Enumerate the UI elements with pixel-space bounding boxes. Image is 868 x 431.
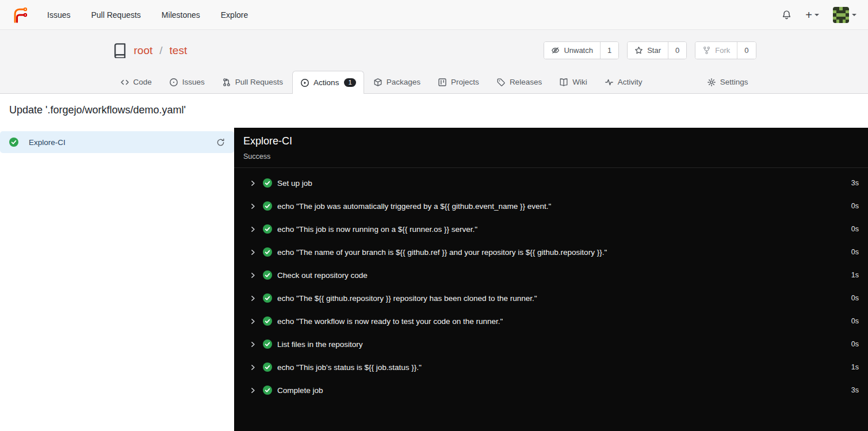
chevron-right-icon [249, 249, 257, 256]
step-name: Complete job [277, 386, 323, 395]
watch-button-group: Unwatch 1 [544, 41, 619, 59]
step-name: Set up job [277, 179, 312, 188]
step-duration: 0s [844, 248, 859, 256]
repo-tabs: Code Issues Pull Requests Actions [112, 70, 756, 93]
job-item-explore-ci[interactable]: Explore-CI [0, 131, 234, 153]
step-row[interactable]: Check out repository code 1s [234, 264, 868, 287]
check-circle-icon [263, 386, 272, 395]
breadcrumb-repo[interactable]: test [170, 44, 188, 57]
repo-icon [112, 43, 128, 58]
run-title: Update '.forgejo/workflows/demo.yaml' [9, 104, 859, 116]
book-icon [559, 78, 568, 87]
tab-projects[interactable]: Projects [430, 70, 487, 93]
tab-pull-requests[interactable]: Pull Requests [214, 70, 291, 93]
chevron-down-icon [852, 14, 856, 16]
fork-button-group: Fork 0 [695, 41, 756, 59]
watch-count[interactable]: 1 [600, 42, 618, 59]
step-row[interactable]: echo "The workflow is now ready to test … [234, 310, 868, 333]
user-menu-button[interactable] [833, 7, 856, 23]
unwatch-button[interactable]: Unwatch [544, 42, 600, 59]
create-new-button[interactable]: + [805, 9, 819, 21]
check-circle-icon [9, 138, 18, 147]
forgejo-logo[interactable] [12, 6, 29, 24]
tag-icon [496, 78, 506, 87]
star-button[interactable]: Star [628, 42, 668, 59]
rerun-job-button[interactable] [216, 138, 225, 147]
step-name: echo "The name of your branch is ${{ git… [277, 248, 607, 257]
check-circle-icon [263, 293, 272, 303]
chevron-right-icon [249, 226, 257, 233]
step-duration: 0s [844, 294, 859, 302]
step-row[interactable]: echo "The ${{ github.repository }} repos… [234, 287, 868, 310]
breadcrumb-separator: / [159, 44, 162, 57]
tab-packages[interactable]: Packages [365, 70, 429, 93]
repo-actions: Unwatch 1 Star 0 [544, 41, 756, 59]
fork-button[interactable]: Fork [695, 42, 737, 59]
step-row[interactable]: echo "The name of your branch is ${{ git… [234, 241, 868, 264]
check-circle-icon [263, 178, 272, 188]
breadcrumb-owner[interactable]: root [134, 44, 153, 57]
step-row[interactable]: Set up job 3s [234, 171, 868, 194]
step-duration: 0s [844, 225, 859, 233]
nav-item-milestones[interactable]: Milestones [162, 10, 200, 20]
refresh-icon [216, 138, 225, 147]
step-name: echo "This job's status is ${{ job.statu… [277, 363, 422, 372]
step-row[interactable]: echo "This job's status is ${{ job.statu… [234, 356, 868, 379]
job-name: Explore-CI [29, 138, 66, 147]
step-name: Check out repository code [277, 271, 368, 280]
steps-list: Set up job 3s echo "The job was automati… [234, 168, 868, 402]
log-job-title: Explore-CI [243, 135, 859, 147]
pulse-icon [605, 78, 614, 87]
fork-count[interactable]: 0 [737, 42, 755, 59]
step-duration: 0s [844, 340, 859, 348]
step-row[interactable]: Complete job 3s [234, 379, 868, 402]
tab-actions[interactable]: Actions 1 [292, 71, 364, 94]
chevron-right-icon [249, 364, 257, 371]
step-row[interactable]: echo "This job is now running on a ${{ r… [234, 218, 868, 241]
chevron-down-icon [815, 14, 819, 16]
chevron-right-icon [249, 203, 257, 210]
notifications-button[interactable] [782, 10, 791, 20]
chevron-right-icon [249, 341, 257, 348]
log-header: Explore-CI Success [234, 128, 868, 168]
step-name: echo "The workflow is now ready to test … [277, 317, 503, 326]
chevron-right-icon [249, 318, 257, 325]
tab-code[interactable]: Code [112, 70, 160, 93]
eye-slash-icon [551, 46, 560, 55]
nav-item-pull-requests[interactable]: Pull Requests [91, 10, 140, 20]
nav-item-issues[interactable]: Issues [47, 10, 70, 20]
top-navbar: Issues Pull Requests Milestones Explore … [0, 0, 868, 30]
nav-item-explore[interactable]: Explore [221, 10, 248, 20]
chevron-right-icon [249, 387, 257, 394]
step-duration: 1s [844, 363, 859, 371]
navbar-right: + [782, 7, 856, 23]
tab-wiki[interactable]: Wiki [551, 70, 595, 93]
chevron-right-icon [249, 272, 257, 279]
step-name: echo "This job is now running on a ${{ r… [277, 225, 477, 234]
step-duration: 0s [844, 202, 859, 210]
step-row[interactable]: List files in the repository 0s [234, 333, 868, 356]
navbar-links: Issues Pull Requests Milestones Explore [47, 10, 248, 20]
play-circle-icon [300, 78, 309, 87]
issue-icon [169, 78, 178, 87]
job-status-text: Success [243, 152, 859, 161]
tab-activity[interactable]: Activity [596, 70, 651, 93]
tab-issues[interactable]: Issues [161, 70, 213, 93]
avatar [833, 7, 849, 23]
step-name: List files in the repository [277, 340, 363, 349]
fork-icon [702, 46, 711, 55]
step-name: echo "The job was automatically triggere… [277, 202, 551, 211]
check-circle-icon [263, 247, 272, 257]
tab-releases[interactable]: Releases [488, 70, 550, 93]
check-circle-icon [263, 363, 272, 372]
actions-count-badge: 1 [344, 78, 355, 87]
gear-icon [707, 78, 716, 87]
step-duration: 1s [844, 271, 859, 279]
star-icon [634, 46, 643, 55]
step-row[interactable]: echo "The job was automatically triggere… [234, 194, 868, 218]
star-count[interactable]: 0 [668, 42, 686, 59]
forgejo-logo-icon [12, 6, 29, 24]
job-log-panel: Explore-CI Success Set up job 3s echo "T… [234, 128, 868, 431]
check-circle-icon [263, 340, 272, 349]
tab-settings[interactable]: Settings [699, 70, 756, 93]
